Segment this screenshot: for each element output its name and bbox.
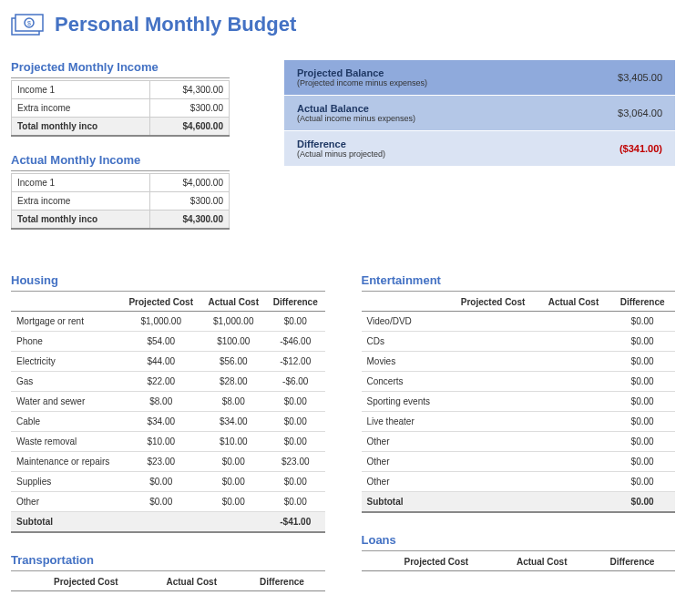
subtotal-row: Subtotal-$41.00 [11, 512, 325, 533]
cell-proj[interactable]: $0.00 [121, 492, 200, 512]
table-row: CDs$0.00 [362, 332, 676, 352]
table-row: Other$0.00$0.00$0.00 [11, 492, 325, 512]
cell-label[interactable]: Other [362, 472, 449, 492]
cell-label[interactable]: Other [362, 452, 449, 472]
cell-label[interactable]: Water and sewer [11, 392, 121, 412]
summary-difference: Difference(Actual minus projected) ($341… [284, 131, 675, 167]
cell-act[interactable]: $10.00 [200, 432, 266, 452]
transportation-block: Transportation Projected CostActual Cost… [11, 553, 325, 591]
cell-proj[interactable] [448, 352, 537, 372]
cell-diff: $0.00 [609, 332, 675, 352]
table-row: Water and sewer$8.00$8.00$0.00 [11, 392, 325, 412]
cell-act[interactable]: $0.00 [200, 472, 266, 492]
cell-act[interactable]: $28.00 [200, 372, 266, 392]
actual-income-table: Income 1$4,000.00 Extra income$300.00 To… [11, 173, 230, 230]
cell-proj[interactable]: $22.00 [121, 372, 200, 392]
col-actual: Actual Cost [495, 553, 589, 571]
summary-difference-label: Difference [297, 139, 385, 149]
cell-act[interactable]: $8.00 [200, 392, 266, 412]
cell-diff: $0.00 [266, 392, 325, 412]
cell-proj[interactable]: $1,000.00 [121, 312, 200, 332]
table-row: Sporting events$0.00 [362, 392, 676, 412]
cell-proj[interactable] [448, 332, 537, 352]
cell-label[interactable]: Live theater [362, 412, 449, 432]
cell-act[interactable] [538, 432, 610, 452]
cell-label[interactable]: Supplies [11, 472, 121, 492]
cell-proj[interactable] [448, 452, 537, 472]
summary-actual-value: $3,064.00 [618, 108, 662, 118]
cell-proj[interactable] [448, 412, 537, 432]
cell-act[interactable]: $1,000.00 [200, 312, 266, 332]
cell-label[interactable]: Maintenance or repairs [11, 452, 121, 472]
cell-act[interactable] [538, 352, 610, 372]
cell-label[interactable]: Electricity [11, 352, 121, 372]
cell-diff: $0.00 [266, 492, 325, 512]
cell-proj[interactable]: $10.00 [121, 432, 200, 452]
cell-label[interactable]: Sporting events [362, 392, 449, 412]
table-row: Supplies$0.00$0.00$0.00 [11, 472, 325, 492]
table-row: Live theater$0.00 [362, 412, 676, 432]
summary-projected: Projected Balance(Projected income minus… [284, 60, 675, 96]
housing-title: Housing [11, 273, 325, 292]
table-row: Other$0.00 [362, 452, 676, 472]
cell-act[interactable] [538, 392, 610, 412]
summary-actual-sub: (Actual income minus expenses) [297, 114, 415, 123]
cell-act[interactable]: $56.00 [200, 352, 266, 372]
projected-income-block: Projected Monthly Income Income 1$4,300.… [11, 60, 230, 137]
cell-act[interactable] [538, 472, 610, 492]
cell-act[interactable] [538, 332, 610, 352]
cell-proj[interactable] [448, 312, 537, 332]
cell-proj[interactable] [448, 392, 537, 412]
col-difference: Difference [239, 573, 324, 591]
projected-income-title: Projected Monthly Income [11, 60, 230, 78]
cell-label[interactable]: Concerts [362, 372, 449, 392]
cell-proj[interactable]: $8.00 [121, 392, 200, 412]
col-actual: Actual Cost [144, 573, 239, 591]
col-actual: Actual Cost [538, 293, 610, 312]
cell-act[interactable] [538, 312, 610, 332]
cell-proj[interactable]: $34.00 [121, 412, 200, 432]
actual-income-title: Actual Monthly Income [11, 153, 230, 171]
cell-proj[interactable] [448, 432, 537, 452]
col-difference: Difference [609, 293, 675, 312]
cell-label[interactable]: Mortgage or rent [11, 312, 121, 332]
cell-diff: $0.00 [609, 372, 675, 392]
col-actual: Actual Cost [200, 293, 266, 312]
loans-title: Loans [362, 533, 676, 551]
cell-proj[interactable]: $0.00 [121, 472, 200, 492]
page-title: Personal Monthly Budget [55, 13, 296, 36]
table-row: Cable$34.00$34.00$0.00 [11, 412, 325, 432]
cell-label[interactable]: Gas [11, 372, 121, 392]
cell-proj[interactable]: $44.00 [121, 352, 200, 372]
income-total-row: Total monthly inco$4,600.00 [12, 118, 230, 137]
entertainment-block: Entertainment Projected CostActual CostD… [362, 273, 676, 513]
cell-label[interactable]: Waste removal [11, 432, 121, 452]
cell-act[interactable]: $0.00 [200, 492, 266, 512]
table-row: Concerts$0.00 [362, 372, 676, 392]
cell-label[interactable]: Cable [11, 412, 121, 432]
cell-diff: $0.00 [609, 412, 675, 432]
cell-proj[interactable]: $23.00 [121, 452, 200, 472]
cell-act[interactable] [538, 452, 610, 472]
transportation-table: Projected CostActual CostDifference [11, 573, 325, 591]
cell-proj[interactable] [448, 372, 537, 392]
col-projected: Projected Cost [448, 293, 537, 312]
table-row: Other$0.00 [362, 432, 676, 452]
col-difference: Difference [589, 553, 675, 571]
cell-proj[interactable] [448, 472, 537, 492]
cell-label[interactable]: Movies [362, 352, 449, 372]
cell-act[interactable]: $0.00 [200, 452, 266, 472]
cell-act[interactable] [538, 412, 610, 432]
cell-proj[interactable]: $54.00 [121, 332, 200, 352]
cell-label[interactable]: Video/DVD [362, 312, 449, 332]
table-row: Gas$22.00$28.00-$6.00 [11, 372, 325, 392]
cell-label[interactable]: Other [11, 492, 121, 512]
cell-act[interactable]: $34.00 [200, 412, 266, 432]
cell-act[interactable]: $100.00 [200, 332, 266, 352]
cell-label[interactable]: Phone [11, 332, 121, 352]
cell-label[interactable]: CDs [362, 332, 449, 352]
cell-act[interactable] [538, 372, 610, 392]
summary-projected-value: $3,405.00 [618, 72, 662, 83]
cell-label[interactable]: Other [362, 432, 449, 452]
cell-diff: $0.00 [609, 432, 675, 452]
